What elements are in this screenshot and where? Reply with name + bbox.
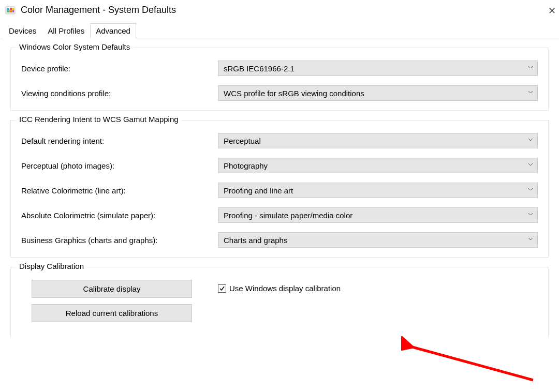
label-device-profile: Device profile: [21, 64, 218, 73]
chevron-down-icon [528, 237, 533, 243]
svg-rect-5 [9, 10, 12, 12]
combo-perceptual-value: Photography [224, 161, 268, 170]
combo-absolute[interactable]: Proofing - simulate paper/media color [218, 207, 538, 223]
tab-all-profiles[interactable]: All Profiles [42, 23, 90, 38]
combo-viewing-conditions-value: WCS profile for sRGB viewing conditions [224, 89, 364, 98]
group-legend-icc: ICC Rendering Intent to WCS Gamut Mappin… [16, 115, 182, 124]
reload-calibrations-button[interactable]: Reload current calibrations [32, 304, 192, 322]
row-business: Business Graphics (charts and graphs): C… [21, 232, 538, 248]
calibrate-display-button[interactable]: Calibrate display [32, 280, 192, 298]
combo-device-profile[interactable]: sRGB IEC61966-2.1 [218, 61, 538, 76]
row-device-profile: Device profile: sRGB IEC61966-2.1 [21, 61, 538, 76]
combo-relative[interactable]: Proofing and line art [218, 183, 538, 198]
window-title: Color Management - System Defaults [21, 5, 176, 16]
chevron-down-icon [528, 188, 533, 193]
combo-perceptual[interactable]: Photography [218, 158, 538, 173]
svg-rect-6 [12, 10, 14, 12]
color-management-icon [5, 5, 16, 15]
tab-devices[interactable]: Devices [3, 23, 42, 38]
combo-relative-value: Proofing and line art [224, 186, 293, 195]
row-relative: Relative Colorimetric (line art): Proofi… [21, 183, 538, 198]
combo-business-value: Charts and graphs [224, 236, 287, 245]
tab-content-advanced: Windows Color System Defaults Device pro… [0, 38, 559, 338]
row-absolute: Absolute Colorimetric (simulate paper): … [21, 207, 538, 223]
group-legend-wcs: Windows Color System Defaults [16, 42, 133, 51]
chevron-down-icon [528, 213, 533, 218]
row-perceptual: Perceptual (photo images): Photography [21, 158, 538, 173]
chevron-down-icon [528, 163, 533, 168]
row-viewing-conditions: Viewing conditions profile: WCS profile … [21, 85, 538, 101]
use-windows-calibration-checkbox[interactable] [218, 284, 226, 293]
combo-default-intent-value: Perceptual [224, 137, 261, 145]
svg-rect-2 [10, 8, 12, 10]
label-perceptual: Perceptual (photo images): [21, 161, 218, 170]
row-default-intent: Default rendering intent: Perceptual [21, 133, 538, 148]
chevron-down-icon [528, 91, 533, 96]
group-display-calibration: Display Calibration Calibrate display Re… [10, 267, 549, 338]
close-icon[interactable]: ✕ [548, 5, 556, 17]
group-icc-mapping: ICC Rendering Intent to WCS Gamut Mappin… [10, 120, 549, 258]
combo-absolute-value: Proofing - simulate paper/media color [224, 211, 352, 220]
label-viewing-conditions: Viewing conditions profile: [21, 89, 218, 98]
combo-default-intent[interactable]: Perceptual [218, 133, 538, 148]
label-business: Business Graphics (charts and graphs): [21, 236, 218, 245]
annotation-arrow [401, 336, 546, 388]
group-wcs-defaults: Windows Color System Defaults Device pro… [10, 48, 549, 111]
svg-rect-1 [7, 8, 9, 10]
label-absolute: Absolute Colorimetric (simulate paper): [21, 211, 218, 220]
svg-line-7 [410, 346, 533, 380]
chevron-down-icon [528, 66, 533, 71]
combo-business[interactable]: Charts and graphs [218, 232, 538, 248]
label-relative: Relative Colorimetric (line art): [21, 186, 218, 195]
tab-advanced[interactable]: Advanced [90, 23, 136, 38]
tab-bar: Devices All Profiles Advanced [0, 22, 559, 38]
label-default-intent: Default rendering intent: [21, 137, 218, 145]
use-windows-calibration-label: Use Windows display calibration [229, 284, 341, 293]
group-legend-calibration: Display Calibration [16, 262, 87, 270]
combo-viewing-conditions[interactable]: WCS profile for sRGB viewing conditions [218, 85, 538, 101]
svg-rect-3 [12, 8, 14, 10]
svg-rect-4 [7, 10, 9, 12]
combo-device-profile-value: sRGB IEC61966-2.1 [224, 64, 295, 73]
chevron-down-icon [528, 138, 533, 143]
titlebar: Color Management - System Defaults ✕ [0, 0, 559, 22]
